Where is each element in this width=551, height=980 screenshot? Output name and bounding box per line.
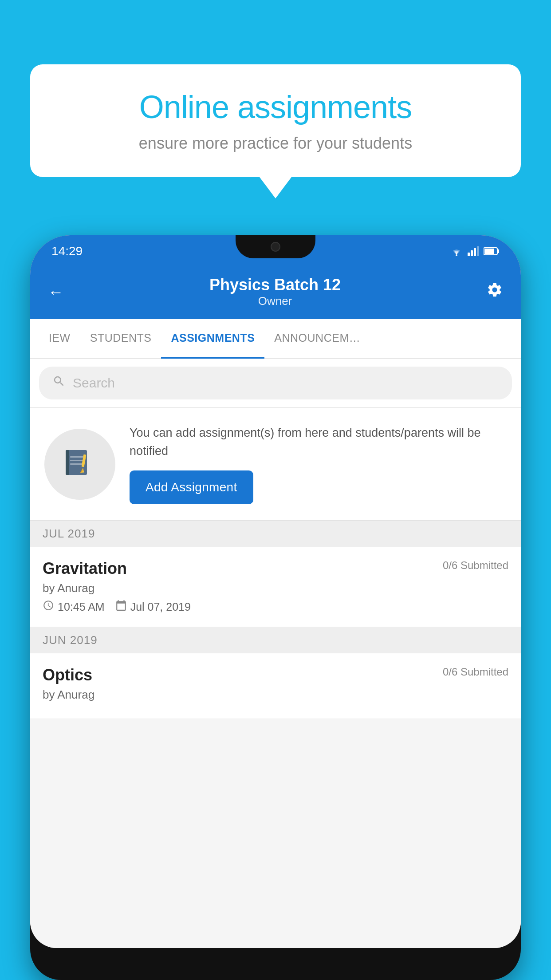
speech-bubble-title: Online assignments bbox=[57, 89, 494, 125]
tabs-container: IEW STUDENTS ASSIGNMENTS ANNOUNCEM… bbox=[30, 319, 521, 359]
settings-button[interactable] bbox=[486, 281, 503, 302]
wifi-icon bbox=[450, 246, 463, 256]
phone-inner: 14:29 bbox=[30, 235, 521, 948]
assignment-by: by Anurag bbox=[43, 581, 508, 595]
speech-bubble: Online assignments ensure more practice … bbox=[30, 64, 521, 177]
add-assignment-button[interactable]: Add Assignment bbox=[130, 470, 253, 504]
phone-frame: 14:29 bbox=[30, 235, 521, 980]
notebook-icon bbox=[62, 447, 98, 482]
assignment-name: Gravitation bbox=[43, 559, 127, 578]
svg-rect-7 bbox=[484, 249, 494, 254]
back-button[interactable]: ← bbox=[48, 283, 64, 301]
svg-rect-11 bbox=[70, 460, 83, 461]
svg-rect-9 bbox=[66, 450, 69, 475]
speech-bubble-subtitle: ensure more practice for your students bbox=[57, 134, 494, 153]
phone-camera bbox=[271, 242, 280, 252]
info-card: You can add assignment(s) from here and … bbox=[30, 408, 521, 521]
table-row[interactable]: Optics 0/6 Submitted by Anurag bbox=[30, 653, 521, 719]
speech-bubble-wrapper: Online assignments ensure more practice … bbox=[30, 64, 521, 198]
search-magnifier-icon bbox=[52, 375, 66, 388]
assignment-meta: 10:45 AM Jul 07, 2019 bbox=[43, 600, 508, 614]
calendar-icon bbox=[115, 600, 127, 614]
tab-assignments[interactable]: ASSIGNMENTS bbox=[161, 319, 264, 359]
svg-point-0 bbox=[456, 254, 457, 256]
svg-rect-10 bbox=[70, 456, 83, 458]
svg-rect-2 bbox=[471, 250, 473, 256]
status-icons bbox=[450, 246, 500, 256]
status-bar: 14:29 bbox=[30, 235, 521, 267]
assignment-by-optics: by Anurag bbox=[43, 688, 508, 702]
status-time: 14:29 bbox=[51, 244, 83, 258]
search-placeholder: Search bbox=[73, 375, 115, 391]
header-title: Physics Batch 12 bbox=[209, 276, 341, 294]
app-header: ← Physics Batch 12 Owner bbox=[30, 267, 521, 319]
tab-students[interactable]: STUDENTS bbox=[80, 319, 161, 359]
assignment-submitted: 0/6 Submitted bbox=[443, 559, 508, 572]
meta-date-text: Jul 07, 2019 bbox=[130, 601, 191, 613]
screen-content: Search bbox=[30, 359, 521, 948]
info-text: You can add assignment(s) from here and … bbox=[130, 424, 507, 460]
phone-notch bbox=[236, 235, 315, 258]
assignment-top-row: Gravitation 0/6 Submitted bbox=[43, 559, 508, 578]
search-bar[interactable]: Search bbox=[39, 367, 512, 399]
meta-date: Jul 07, 2019 bbox=[115, 600, 191, 614]
meta-time: 10:45 AM bbox=[43, 600, 105, 614]
header-center: Physics Batch 12 Owner bbox=[209, 276, 341, 308]
search-icon bbox=[52, 375, 66, 391]
info-icon-circle bbox=[44, 429, 115, 500]
svg-rect-12 bbox=[70, 463, 83, 465]
gear-icon bbox=[486, 281, 503, 298]
clock-icon bbox=[43, 600, 54, 614]
svg-rect-6 bbox=[497, 249, 499, 253]
info-right: You can add assignment(s) from here and … bbox=[130, 424, 507, 504]
battery-icon bbox=[484, 247, 500, 256]
section-jul-2019: JUL 2019 bbox=[30, 521, 521, 547]
header-subtitle: Owner bbox=[209, 294, 341, 308]
section-jun-2019: JUN 2019 bbox=[30, 627, 521, 653]
svg-rect-4 bbox=[477, 246, 479, 256]
meta-time-text: 10:45 AM bbox=[58, 601, 105, 613]
tab-iew[interactable]: IEW bbox=[39, 319, 80, 359]
signal-icon bbox=[468, 246, 479, 256]
speech-bubble-tail bbox=[260, 177, 291, 198]
assignment-name-optics: Optics bbox=[43, 666, 92, 684]
assignment-top-row-optics: Optics 0/6 Submitted bbox=[43, 666, 508, 684]
tab-announcements[interactable]: ANNOUNCEM… bbox=[264, 319, 370, 359]
svg-rect-1 bbox=[468, 253, 470, 256]
search-bar-wrapper: Search bbox=[30, 359, 521, 408]
svg-rect-3 bbox=[474, 248, 476, 256]
assignment-submitted-optics: 0/6 Submitted bbox=[443, 666, 508, 678]
table-row[interactable]: Gravitation 0/6 Submitted by Anurag 10:4… bbox=[30, 547, 521, 627]
